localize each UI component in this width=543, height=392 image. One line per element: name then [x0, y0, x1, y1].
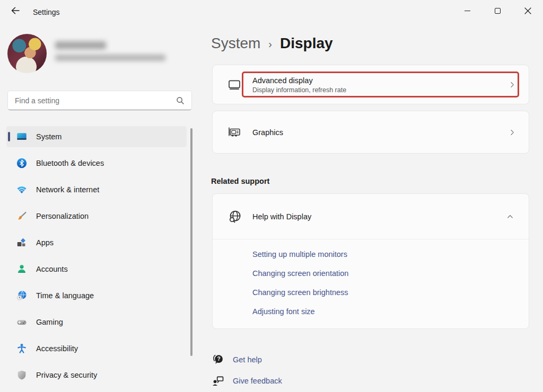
help-links-list: Setting up multiple monitors Changing sc…	[252, 245, 348, 321]
web-search-globe-icon	[227, 209, 242, 224]
window-controls	[452, 0, 543, 21]
accounts-icon	[16, 263, 28, 275]
sidebar-item-label: Network & internet	[36, 185, 99, 194]
monitor-icon	[227, 78, 241, 92]
sidebar-item-apps[interactable]: Apps	[6, 232, 187, 253]
sidebar-item-label: Bluetooth & devices	[36, 159, 104, 167]
close-icon	[524, 7, 531, 14]
blurred-user-name	[55, 41, 106, 49]
chevron-right-icon	[509, 129, 516, 136]
advanced-display-card[interactable]: Advanced display Display information, re…	[212, 65, 529, 104]
sidebar-item-label: Time & language	[36, 291, 94, 300]
app-title: Settings	[33, 8, 60, 16]
apps-icon	[16, 237, 28, 248]
back-arrow-icon	[10, 5, 21, 16]
titlebar: Settings	[0, 0, 543, 21]
sidebar-item-label: Gaming	[36, 318, 63, 326]
svg-text:?: ?	[217, 356, 220, 362]
search-box[interactable]	[7, 91, 192, 110]
minimize-icon	[465, 11, 470, 11]
maximize-button[interactable]	[483, 0, 513, 21]
sidebar-item-accounts[interactable]: Accounts	[6, 259, 187, 280]
sidebar-item-privacy-security[interactable]: Privacy & security	[6, 364, 187, 386]
graphics-text: Graphics	[252, 128, 283, 137]
sidebar-item-gaming[interactable]: Gaming	[6, 311, 187, 333]
sidebar-item-label: Personalization	[36, 212, 89, 220]
sidebar-item-label: Accessibility	[36, 344, 78, 353]
feedback-person-icon	[211, 374, 225, 388]
search-icon[interactable]	[176, 96, 185, 105]
sidebar-item-label: Apps	[36, 238, 54, 247]
sidebar-item-bluetooth-devices[interactable]: Bluetooth & devices	[6, 153, 187, 174]
search-input[interactable]	[15, 96, 176, 105]
help-card-title: Help with Display	[252, 212, 311, 221]
related-support-heading: Related support	[211, 177, 269, 185]
help-link-screen-brightness[interactable]: Changing screen brightness	[252, 283, 348, 302]
page-title: Display	[280, 35, 333, 52]
selection-indicator	[8, 132, 10, 141]
give-feedback-label: Give feedback	[233, 377, 282, 385]
get-help-label: Get help	[233, 355, 262, 364]
sidebar-item-accessibility[interactable]: Accessibility	[6, 338, 187, 359]
breadcrumb-system[interactable]: System	[211, 35, 260, 52]
help-with-display-card: Help with Display Setting up multiple mo…	[212, 193, 529, 329]
gaming-icon	[16, 316, 28, 328]
help-expander-header[interactable]: Help with Display	[213, 194, 529, 239]
sidebar-item-label: System	[36, 132, 62, 141]
help-link-multiple-monitors[interactable]: Setting up multiple monitors	[252, 245, 348, 264]
sidebar-item-time-language[interactable]: Time & language	[6, 285, 187, 306]
sidebar-item-network-internet[interactable]: Network & internet	[6, 179, 187, 200]
sidebar-scrollbar[interactable]	[190, 128, 192, 356]
give-feedback-link[interactable]: Give feedback	[211, 374, 282, 388]
graphics-card[interactable]: Graphics	[212, 111, 529, 154]
network-icon	[16, 184, 28, 195]
personalization-icon	[16, 210, 28, 222]
chevron-right-icon	[509, 81, 516, 88]
advanced-display-subtitle: Display information, refresh rate	[252, 86, 346, 93]
system-icon	[16, 131, 28, 142]
bluetooth-icon	[16, 157, 28, 169]
close-button[interactable]	[513, 0, 543, 21]
graphics-title: Graphics	[252, 128, 283, 137]
sidebar-item-label: Privacy & security	[36, 371, 97, 379]
back-button[interactable]	[6, 3, 24, 18]
accessibility-icon	[16, 343, 28, 354]
gpu-icon	[227, 126, 241, 139]
time-language-icon	[16, 290, 28, 301]
breadcrumb: System › Display	[211, 35, 333, 52]
chevron-up-icon[interactable]	[506, 213, 514, 220]
advanced-display-title: Advanced display	[252, 76, 346, 84]
sidebar-item-personalization[interactable]: Personalization	[6, 206, 187, 227]
maximize-icon	[495, 8, 501, 14]
blurred-user-email	[55, 55, 165, 61]
sidebar-item-system[interactable]: System	[6, 126, 187, 147]
help-bubble-icon: ?	[211, 353, 225, 367]
user-avatar[interactable]	[7, 34, 47, 73]
get-help-link[interactable]: ? Get help	[211, 353, 262, 367]
help-link-font-size[interactable]: Adjusting font size	[252, 302, 348, 321]
help-link-screen-orientation[interactable]: Changing screen orientation	[252, 264, 348, 283]
breadcrumb-chevron-icon: ›	[268, 38, 272, 50]
advanced-display-text: Advanced display Display information, re…	[252, 76, 346, 93]
sidebar: System Bluetooth & devices	[0, 21, 202, 392]
sidebar-item-label: Accounts	[36, 265, 68, 273]
privacy-security-icon	[16, 369, 28, 381]
sidebar-nav: System Bluetooth & devices	[0, 126, 192, 391]
main-content: System › Display Advanced display Displa…	[202, 21, 543, 392]
minimize-button[interactable]	[452, 0, 483, 21]
